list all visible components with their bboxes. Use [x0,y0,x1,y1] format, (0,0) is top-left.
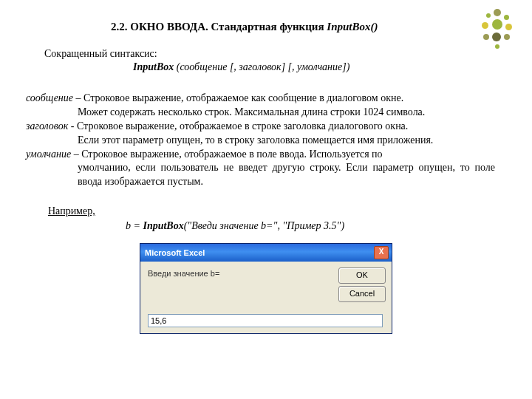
syntax-label: Сокращенный синтаксис: [44,48,532,60]
param-title-name: заголовок [26,120,68,132]
param-default-name: умолчание [26,149,71,160]
parameters-block: сообщение – Строковое выражение, отображ… [26,92,495,189]
inputbox-dialog: Microsoft Excel X Введи значение b= OK C… [140,243,392,334]
param-title-desc: Если этот параметр опущен, то в строку з… [26,134,495,148]
syntax-line: InputBox (сообщение [, заголовок] [, умо… [133,61,532,73]
code-example: b = InputBox("Введи значение b=", "Приме… [126,220,532,232]
dialog-titlebar[interactable]: Microsoft Excel X [140,244,392,262]
param-default-desc: умолчанию, если пользователь не введет д… [26,161,495,189]
param-message-desc: Может содержать несколько строк. Максима… [26,106,495,120]
example-label: Например, [48,205,532,217]
section-title: 2.2. ОКНО ВВОДА. Стандартная функция Inp… [111,21,532,33]
cancel-button[interactable]: Cancel [338,286,386,302]
corner-dots-decoration [473,7,517,59]
close-button[interactable]: X [374,246,389,259]
value-input[interactable] [148,314,383,327]
dialog-title: Microsoft Excel [145,248,374,257]
ok-button[interactable]: OK [338,267,386,284]
param-message-name: сообщение [26,92,73,103]
